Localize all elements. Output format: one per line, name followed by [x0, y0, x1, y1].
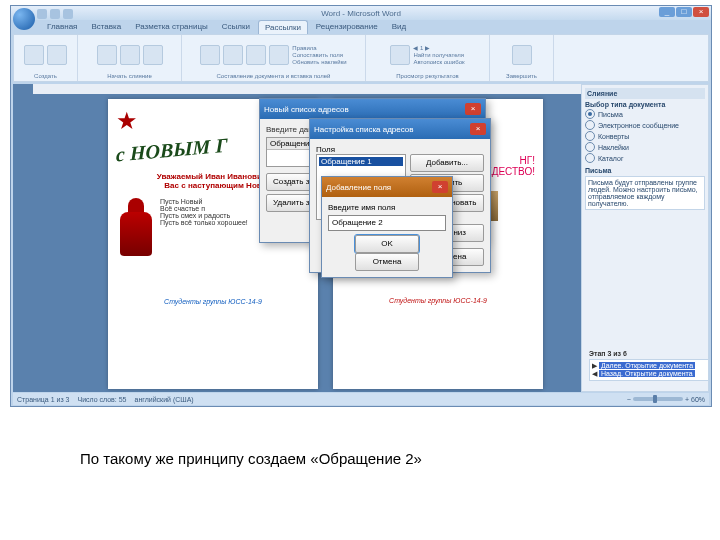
- next-step-link[interactable]: ▶ Далее. Открытие документа: [592, 362, 706, 370]
- dialog-close-icon[interactable]: ×: [465, 103, 481, 115]
- fields-label: Поля: [316, 145, 484, 154]
- horizontal-ruler[interactable]: [33, 84, 586, 94]
- edit-recipients-icon[interactable]: [143, 45, 163, 65]
- mail-merge-taskpane: Слияние Выбор типа документа Письма Элек…: [581, 84, 709, 392]
- radio-labels[interactable]: Наклейки: [585, 142, 705, 152]
- preview-results-icon[interactable]: [390, 45, 410, 65]
- group-label: Просмотр результатов: [396, 73, 458, 79]
- qat-save-icon[interactable]: [37, 9, 47, 19]
- ribbon-group-start-merge: Начать слияние: [78, 35, 182, 81]
- dialog-titlebar[interactable]: Добавление поля ×: [322, 177, 452, 197]
- radio-icon: [585, 120, 595, 130]
- zoom-in-icon[interactable]: +: [685, 396, 689, 403]
- group-label: Создать: [34, 73, 57, 79]
- dialog-close-icon[interactable]: ×: [432, 181, 448, 193]
- radio-icon: [585, 109, 595, 119]
- rules-button[interactable]: Правила: [292, 45, 346, 51]
- star-icon: ★: [116, 107, 138, 134]
- zoom-out-icon[interactable]: −: [627, 396, 631, 403]
- zoom-controls: − + 60%: [627, 396, 705, 403]
- dialog-title: Настройка списка адресов: [314, 125, 414, 134]
- title-bar: Word - Microsoft Word: [11, 6, 711, 20]
- poem-block: Пусть Новый Всё счастье п Пусть смех и р…: [160, 198, 248, 258]
- match-fields-button[interactable]: Сопоставить поля: [292, 52, 346, 58]
- radio-icon: [585, 153, 595, 163]
- ribbon-group-preview: ◀ 1 ▶ Найти получателя Автопоиск ошибок …: [366, 35, 490, 81]
- prev-step-link[interactable]: ◀ Назад. Открытие документа: [592, 370, 706, 378]
- radio-catalog[interactable]: Каталог: [585, 153, 705, 163]
- ribbon-group-finish: Завершить: [490, 35, 554, 81]
- group-label: Завершить: [506, 73, 537, 79]
- prev-record-icon[interactable]: ◀: [413, 45, 418, 51]
- taskpane-section-title: Выбор типа документа: [585, 101, 705, 108]
- taskpane-description: Письма будут отправлены группе людей. Мо…: [585, 176, 705, 210]
- finish-merge-icon[interactable]: [512, 45, 532, 65]
- field-name-label: Введите имя поля: [328, 203, 446, 212]
- envelopes-icon[interactable]: [24, 45, 44, 65]
- close-button[interactable]: ×: [693, 7, 709, 17]
- window-controls: _ □ ×: [659, 7, 709, 17]
- santa-clipart: [116, 198, 156, 258]
- signature-2: Студенты группы ЮСС-14-9: [341, 297, 535, 304]
- status-bar: Страница 1 из 3 Число слов: 55 английски…: [13, 393, 709, 405]
- radio-email[interactable]: Электронное сообщение: [585, 120, 705, 130]
- minimize-button[interactable]: _: [659, 7, 675, 17]
- quick-access-toolbar: [37, 8, 73, 20]
- window-title: Word - Microsoft Word: [321, 9, 401, 18]
- group-label: Составление документа и вставка полей: [217, 73, 331, 79]
- dialog-title: Добавление поля: [326, 183, 391, 192]
- zoom-slider[interactable]: [633, 397, 683, 401]
- office-orb-button[interactable]: [13, 8, 35, 30]
- taskpane-steps: Этап 3 из 6 ▶ Далее. Открытие документа …: [589, 350, 709, 381]
- step-indicator: Этап 3 из 6: [589, 350, 709, 357]
- tab-references[interactable]: Ссылки: [216, 20, 256, 34]
- qat-undo-icon[interactable]: [50, 9, 60, 19]
- labels-icon[interactable]: [47, 45, 67, 65]
- highlight-fields-icon[interactable]: [200, 45, 220, 65]
- address-block-icon[interactable]: [223, 45, 243, 65]
- dialog-title: Новый список адресов: [264, 105, 349, 114]
- ok-button[interactable]: OK: [355, 235, 419, 253]
- auto-check-errors-button[interactable]: Автопоиск ошибок: [413, 59, 464, 65]
- maximize-button[interactable]: □: [676, 7, 692, 17]
- update-labels-button[interactable]: Обновить наклейки: [292, 59, 346, 65]
- qat-redo-icon[interactable]: [63, 9, 73, 19]
- select-recipients-icon[interactable]: [120, 45, 140, 65]
- taskpane-section2-title: Письма: [585, 167, 705, 174]
- radio-envelope[interactable]: Конверты: [585, 131, 705, 141]
- slide-caption: По такому же принципу создаем «Обращение…: [80, 450, 422, 467]
- status-language[interactable]: английский (США): [135, 396, 194, 403]
- tab-view[interactable]: Вид: [386, 20, 412, 34]
- start-merge-icon[interactable]: [97, 45, 117, 65]
- find-recipient-button[interactable]: Найти получателя: [413, 52, 464, 58]
- field-name-input[interactable]: Обращение 2: [328, 215, 446, 231]
- signature: Студенты группы ЮСС-14-9: [116, 298, 310, 305]
- tab-insert[interactable]: Вставка: [85, 20, 127, 34]
- add-field-button[interactable]: Добавить...: [410, 154, 484, 172]
- status-words[interactable]: Число слов: 55: [77, 396, 126, 403]
- dialog-titlebar[interactable]: Новый список адресов ×: [260, 99, 485, 119]
- list-item[interactable]: Обращение 1: [319, 157, 403, 166]
- taskpane-header: Слияние: [585, 88, 705, 99]
- status-page[interactable]: Страница 1 из 3: [17, 396, 69, 403]
- tab-home[interactable]: Главная: [41, 20, 83, 34]
- insert-merge-field-icon[interactable]: [269, 45, 289, 65]
- ribbon-group-write-insert: Правила Сопоставить поля Обновить наклей…: [182, 35, 366, 81]
- radio-icon: [585, 142, 595, 152]
- tab-mailings[interactable]: Рассылки: [258, 20, 308, 34]
- tab-review[interactable]: Рецензирование: [310, 20, 384, 34]
- record-number[interactable]: 1: [420, 45, 423, 51]
- next-record-icon[interactable]: ▶: [425, 45, 430, 51]
- greeting-line-icon[interactable]: [246, 45, 266, 65]
- zoom-value[interactable]: 60%: [691, 396, 705, 403]
- tab-pagelayout[interactable]: Разметка страницы: [129, 20, 214, 34]
- dialog-close-icon[interactable]: ×: [470, 123, 486, 135]
- radio-letters[interactable]: Письма: [585, 109, 705, 119]
- dialog-titlebar[interactable]: Настройка списка адресов ×: [310, 119, 490, 139]
- cancel-button[interactable]: Отмена: [355, 253, 419, 271]
- group-label: Начать слияние: [107, 73, 152, 79]
- ribbon-tabs: Главная Вставка Разметка страницы Ссылки…: [41, 20, 412, 34]
- word-app-window: Word - Microsoft Word _ □ × Главная Вста…: [10, 5, 712, 407]
- ribbon: Создать Начать слияние Правила Сопостави…: [13, 34, 709, 82]
- radio-icon: [585, 131, 595, 141]
